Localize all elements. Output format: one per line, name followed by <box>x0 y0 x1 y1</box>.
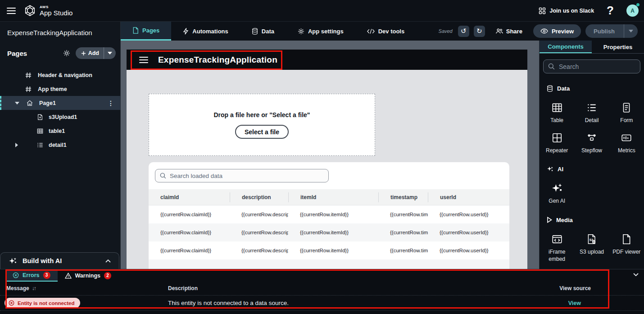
share-button[interactable]: Share <box>496 28 522 35</box>
table-row[interactable]: {{currentRow.claimId}} {{currentRow.desc… <box>149 205 509 223</box>
column-header[interactable]: claimId <box>149 194 230 200</box>
tab-components[interactable]: Components <box>540 41 592 53</box>
table-row[interactable]: {{currentRow.claimId}} {{currentRow.desc… <box>149 223 509 241</box>
preview-label: Preview <box>552 28 574 35</box>
component-table[interactable]: Table <box>540 94 574 124</box>
component-iframe-embed[interactable]: iFrame embed <box>540 225 574 263</box>
error-badge[interactable]: Entity is not connected <box>5 298 80 308</box>
warnings-label: Warnings <box>75 273 100 279</box>
component-label: Repeater <box>546 147 568 154</box>
view-source-link[interactable]: View <box>568 300 581 306</box>
join-slack-link[interactable]: Join us on Slack <box>539 7 594 14</box>
tab-dev-tools[interactable]: Dev tools <box>355 22 417 41</box>
section-title: Media <box>556 217 573 223</box>
tab-warnings[interactable]: Warnings 2 <box>58 269 118 282</box>
component-form[interactable]: Form <box>609 94 644 124</box>
component-s3-upload[interactable]: S3 S3 upload <box>574 225 609 263</box>
component-gen-ai[interactable]: Gen AI <box>540 174 574 205</box>
errors-label: Errors <box>23 272 40 278</box>
chevron-right-icon[interactable] <box>15 143 21 147</box>
chevron-up-icon[interactable] <box>105 259 111 263</box>
tab-automations[interactable]: Automations <box>171 22 240 41</box>
column-header[interactable]: userId <box>428 192 509 202</box>
table-cell: {{currentRow.claimId}} <box>149 230 230 235</box>
tree-item-s3upload1[interactable]: s3Upload1 <box>0 110 120 124</box>
table-row[interactable]: {{currentRow.claimId}} {{currentRow.desc… <box>149 241 509 259</box>
tree-item-header-navigation[interactable]: Header & navigation <box>0 68 120 82</box>
undo-button[interactable]: ↺ <box>458 26 469 37</box>
undo-icon: ↺ <box>461 27 467 35</box>
sort-icon[interactable]: ↓↑ <box>32 285 36 291</box>
section-ai[interactable]: AI <box>547 166 644 173</box>
tab-app-settings[interactable]: App settings <box>286 22 355 41</box>
tree-item-page1[interactable]: Page1 ⋮ <box>0 96 120 110</box>
plus-icon <box>81 51 86 56</box>
pdf-icon <box>621 233 632 245</box>
error-row[interactable]: Entity is not connected This entity is n… <box>0 296 644 311</box>
preview-button[interactable]: Preview <box>533 24 581 38</box>
editor-tab-bar: Pages Automations Data App settings Dev … <box>121 22 644 41</box>
avatar[interactable]: A <box>626 5 639 17</box>
section-media[interactable]: Media <box>547 217 644 223</box>
search-icon <box>160 173 166 179</box>
s3-upload-dropzone[interactable]: Drop a file here or "Select a file" Sele… <box>149 94 375 156</box>
build-with-ai-bar[interactable]: Build with AI <box>0 252 119 269</box>
help-button[interactable]: ? <box>602 4 618 18</box>
component-pdf-viewer[interactable]: PDF viewer <box>609 225 644 263</box>
section-title: AI <box>558 166 563 173</box>
data-table: claimId description itemId timestamp use… <box>149 189 509 269</box>
tree-item-detail1[interactable]: detail1 <box>0 138 120 152</box>
component-detail[interactable]: Detail <box>574 94 609 124</box>
aws-cube-icon <box>24 5 36 17</box>
tab-errors[interactable]: Errors 3 <box>5 269 58 282</box>
table-row[interactable] <box>149 259 509 269</box>
preview-app-menu-icon <box>139 57 148 63</box>
column-header[interactable]: description <box>230 192 288 202</box>
table-cell: {{currentRow.userId}} <box>428 248 509 253</box>
page-menu-dots-icon[interactable]: ⋮ <box>108 100 114 107</box>
section-data[interactable]: Data <box>547 85 644 92</box>
tab-label: App settings <box>308 28 344 35</box>
tree-item-app-theme[interactable]: App theme <box>0 82 120 96</box>
publish-button[interactable]: Publish <box>585 24 638 38</box>
component-metrics[interactable]: Metrics <box>609 124 644 154</box>
tree-item-table1[interactable]: table1 <box>0 124 120 138</box>
components-panel: Components Properties Search Data Table … <box>539 41 644 269</box>
slack-label: Join us on Slack <box>549 8 594 14</box>
components-search-input[interactable]: Search <box>543 59 640 73</box>
component-label: Gen AI <box>549 197 565 205</box>
add-page-button[interactable]: Add <box>76 47 116 59</box>
top-bar: AWS App Studio Join us on Slack ? A <box>0 0 644 22</box>
component-stepflow[interactable]: Stepflow <box>574 124 609 154</box>
table-card: Search loaded data claimId description i… <box>149 162 509 269</box>
tab-properties[interactable]: Properties <box>592 41 644 53</box>
preview-app-header[interactable]: ExpenseTrackingApplication <box>127 50 527 70</box>
global-menu-icon[interactable] <box>7 8 16 14</box>
pages-header-label: Pages <box>7 50 27 57</box>
column-message[interactable]: Message ↓↑ <box>6 285 36 291</box>
redo-button[interactable]: ↻ <box>474 26 485 37</box>
pages-settings-gear-icon[interactable] <box>63 50 70 57</box>
chevron-down-icon[interactable] <box>633 273 639 276</box>
search-icon <box>548 63 555 70</box>
table-header-row: claimId description itemId timestamp use… <box>149 189 509 205</box>
issues-panel: Errors 3 Warnings 2 Message ↓↑ Descripti… <box>0 269 644 314</box>
pages-sidebar: ExpenseTrackingApplication Pages Add Hea… <box>0 22 121 269</box>
tab-data[interactable]: Data <box>240 22 286 41</box>
add-caret-icon[interactable] <box>104 47 116 59</box>
component-repeater[interactable]: Repeater <box>540 124 574 154</box>
column-header[interactable]: timestamp <box>378 192 428 202</box>
tab-pages[interactable]: Pages <box>121 22 171 41</box>
preview-app-title: ExpenseTrackingApplication <box>158 55 277 65</box>
app-studio-logo[interactable]: AWS App Studio <box>24 5 73 17</box>
publish-caret-icon[interactable] <box>624 24 638 38</box>
select-file-button[interactable]: Select a file <box>235 125 289 139</box>
tree-item-label: App theme <box>38 86 67 92</box>
column-header[interactable]: itemId <box>288 192 378 202</box>
pages-tree: Header & navigation App theme Page1 ⋮ <box>0 68 120 152</box>
database-icon <box>252 28 258 35</box>
form-icon <box>621 102 632 114</box>
chevron-down-icon[interactable] <box>15 102 20 105</box>
status-dot <box>636 3 639 6</box>
table-search-input[interactable]: Search loaded data <box>155 169 329 182</box>
